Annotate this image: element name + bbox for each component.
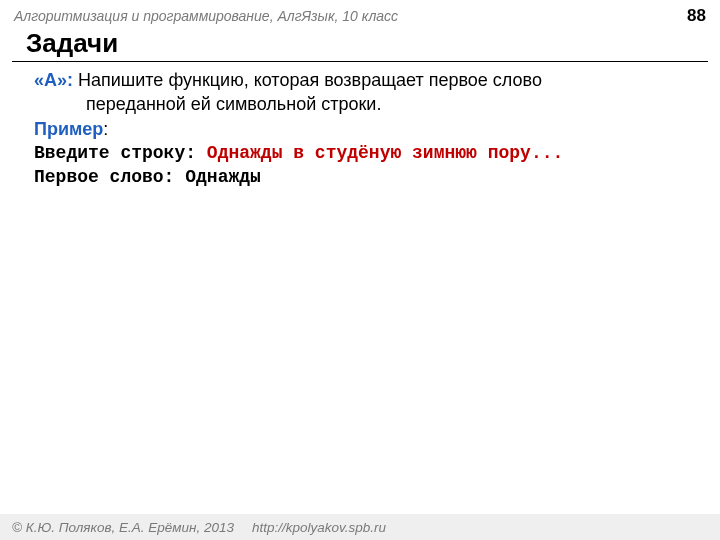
example-line-2: Первое слово: Однажды	[34, 165, 702, 189]
title-wrap: Задачи	[0, 28, 720, 61]
footer-url: http://kpolyakov.spb.ru	[252, 520, 386, 535]
prompt-2: Первое слово:	[34, 167, 185, 187]
slide-footer: © К.Ю. Поляков, Е.А. Ерёмин, 2013 http:/…	[0, 514, 720, 540]
prompt-1: Введите строку:	[34, 143, 207, 163]
task-line-1: «A»: Напишите функцию, которая возвращае…	[34, 68, 702, 92]
task-label: «A»:	[34, 70, 73, 90]
course-title: Алгоритмизация и программирование, АлгЯз…	[14, 8, 398, 24]
slide-title: Задачи	[26, 28, 706, 59]
footer-copyright: © К.Ю. Поляков, Е.А. Ерёмин, 2013	[12, 520, 234, 535]
task-text-2: переданной ей символьной строки.	[34, 92, 702, 116]
slide-content: «A»: Напишите функцию, которая возвращае…	[0, 62, 720, 189]
task-text-1: Напишите функцию, которая возвращает пер…	[73, 70, 542, 90]
example-colon: :	[103, 119, 108, 139]
page-number: 88	[687, 6, 706, 26]
input-1: Однажды в студёную зимнюю пору...	[207, 143, 563, 163]
result-2: Однажды	[185, 167, 261, 187]
example-label-line: Пример:	[34, 117, 702, 141]
slide-header: Алгоритмизация и программирование, АлгЯз…	[0, 0, 720, 26]
example-line-1: Введите строку: Однажды в студёную зимню…	[34, 141, 702, 165]
example-label: Пример	[34, 119, 103, 139]
